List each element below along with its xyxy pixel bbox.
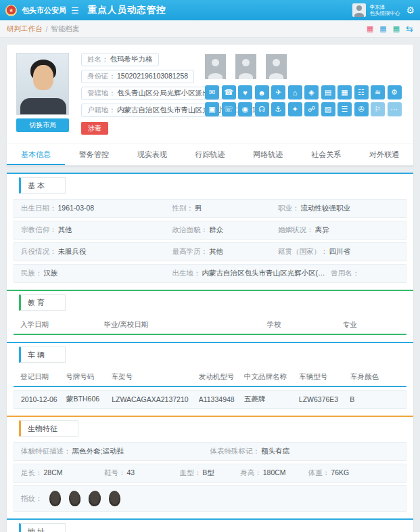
idcard-icon[interactable]: ▣ xyxy=(205,102,219,116)
tab-network-track[interactable]: 网络轨迹 xyxy=(239,143,297,165)
more-icon[interactable]: ⋯ xyxy=(388,102,402,116)
settings-icon[interactable]: ⚙ xyxy=(388,85,402,99)
weight-field: 体重：76KG xyxy=(308,468,399,478)
report-icon[interactable]: ▦ xyxy=(367,25,373,32)
breadcrumb-bar: 研判工作台 / 智能档案 ▦ ▦ ▦ ⇆ xyxy=(0,20,420,38)
table-cell: LZWACAGAXA2137210 xyxy=(112,395,199,403)
network-icon[interactable]: ≋ xyxy=(371,85,385,99)
field-label: 兵役情况： xyxy=(21,247,57,255)
field-value: 其他 xyxy=(58,225,72,234)
photo-torso xyxy=(20,98,66,114)
landline-icon[interactable]: ☏ xyxy=(222,102,236,116)
breadcrumb-parent[interactable]: 研判工作台 xyxy=(7,24,43,34)
section-biometric: 生物特征 体貌特征描述：黑色外套;运动鞋 体表特殊标记：额头有痣 足长：28CM… xyxy=(14,416,406,512)
fingerprint-image[interactable] xyxy=(68,490,81,506)
switch-bureau-button[interactable]: 切换市局 xyxy=(16,118,69,132)
former-name-field: 曾用名： xyxy=(331,269,399,278)
gear-icon[interactable]: ⚙ xyxy=(406,5,415,16)
column-header: 毕业/离校日期 xyxy=(103,320,266,330)
vehicle-icon[interactable]: ◈ xyxy=(304,85,319,99)
compare-icon[interactable]: ▦ xyxy=(393,25,400,32)
political-status-field: 政治面貌：群众 xyxy=(172,225,279,235)
tab-movement-track[interactable]: 行踪轨迹 xyxy=(181,143,239,165)
shoe-size-field: 鞋号：43 xyxy=(104,468,180,478)
person-icon[interactable]: ☻ xyxy=(255,85,269,99)
flag-icon[interactable]: ⚐ xyxy=(371,102,385,116)
blood-type-field: 血型：B型 xyxy=(180,468,240,478)
data-source-icon-grid: ✉ ☎ ♥ ☻ ✈ ⌂ ◈ ▤ ▦ ☷ ≋ ⚙ ▣ ☏ ◉ ☊ ⚓ xyxy=(205,85,404,116)
lodging-icon[interactable]: ⌂ xyxy=(288,85,302,99)
profile-section: 切换市局 姓名：包玛希毕力格 身份证：150202196103081258 管辖… xyxy=(7,45,413,137)
page: ★ 包头市公安局 ☰ 重点人员动态管控 李东泽 包头情报中心 ⚙ 研判工作台 /… xyxy=(0,0,420,532)
flight-icon[interactable]: ✈ xyxy=(271,85,285,99)
photo-thumbnails xyxy=(205,54,404,79)
native-place-field: 籍贯（国家）：四川省 xyxy=(278,247,399,257)
column-header: 车辆型号 xyxy=(299,372,350,382)
photo-thumb[interactable] xyxy=(205,54,226,79)
fingerprint-image[interactable] xyxy=(108,491,120,507)
field-label: 体重： xyxy=(308,468,330,476)
tape-icon[interactable]: ✇ xyxy=(354,102,369,116)
field-label: 职业： xyxy=(278,204,300,212)
field-value: 43 xyxy=(126,468,135,476)
section-divider xyxy=(7,290,413,291)
grid-icon[interactable]: ☷ xyxy=(354,85,369,99)
ethnicity-field: 民族：汉族 xyxy=(21,269,172,278)
field-label: 体表特殊标记： xyxy=(210,447,260,455)
section-divider xyxy=(7,173,413,174)
table-cell: A11334948 xyxy=(199,395,244,403)
call-icon[interactable]: ☎ xyxy=(222,85,236,99)
bank-icon[interactable]: ▦ xyxy=(337,85,352,99)
table-row: 民族：汉族 出生地：内蒙古自治区包头市青山区光辉小区(二区)-1-86 曾用名： xyxy=(14,264,406,283)
message-icon[interactable]: ✉ xyxy=(205,85,219,99)
height-field: 身高：180CM xyxy=(240,468,308,478)
field-value: 28CM xyxy=(44,468,63,476)
user-name: 李东泽 xyxy=(369,4,400,10)
column-header: 中文品牌名称 xyxy=(244,372,299,382)
person-photo xyxy=(16,53,69,115)
data-icon[interactable]: ▧ xyxy=(321,102,335,116)
fingerprint-image[interactable] xyxy=(88,490,101,506)
tab-external-contact[interactable]: 对外联通 xyxy=(355,143,413,165)
link-icon[interactable]: ☍ xyxy=(304,102,319,116)
tab-police-control[interactable]: 警务管控 xyxy=(65,143,123,165)
list-icon[interactable]: ☰ xyxy=(337,102,352,116)
page-title: 重点人员动态管控 xyxy=(88,4,166,16)
photo-thumb[interactable] xyxy=(266,54,287,79)
column-header: 号牌号码 xyxy=(66,372,111,382)
menu-icon[interactable]: ☰ xyxy=(71,5,79,16)
table-cell: 2010-12-06 xyxy=(21,395,66,403)
photo-thumb[interactable] xyxy=(235,54,256,79)
field-label: 民族： xyxy=(21,269,43,277)
idcard-value: 150202196103081258 xyxy=(117,72,188,80)
user-box: 李东泽 包头情报中心 ⚙ xyxy=(352,3,415,17)
field-label: 婚姻状况： xyxy=(278,225,314,234)
anchor-icon[interactable]: ⚓ xyxy=(271,102,285,116)
section-title-education: 教 育 xyxy=(19,294,66,311)
section-basic: 基 本 出生日期：1961-03-08 性别：男 职业：流动性较强职业 宗教信仰… xyxy=(14,173,406,283)
field-label: 足长： xyxy=(21,468,43,476)
camera-icon[interactable]: ◉ xyxy=(238,102,252,116)
bankcard-icon[interactable]: ▤ xyxy=(321,85,335,99)
field-value: 其他 xyxy=(209,247,223,255)
field-value: 180CM xyxy=(263,468,286,476)
fingerprint-image[interactable] xyxy=(49,491,61,506)
signal-icon[interactable]: ☊ xyxy=(255,102,269,116)
dashboard-icon[interactable]: ▦ xyxy=(379,25,386,32)
tab-real-performance[interactable]: 现实表现 xyxy=(123,143,181,165)
star-icon[interactable]: ✦ xyxy=(288,102,302,116)
table-row: 出生日期：1961-03-08 性别：男 职业：流动性较强职业 xyxy=(14,199,406,218)
marriage-icon[interactable]: ♥ xyxy=(238,85,252,99)
section-education: 教 育 入学日期 毕业/离校日期 学校 专业 xyxy=(14,290,406,335)
collapse-icon[interactable]: ⇆ xyxy=(406,24,413,33)
military-service-field: 兵役情况：未服兵役 xyxy=(21,247,172,257)
tab-basic-info[interactable]: 基本信息 xyxy=(7,143,65,165)
field-label: 性别： xyxy=(172,204,194,212)
top-header: ★ 包头市公安局 ☰ 重点人员动态管控 李东泽 包头情报中心 ⚙ xyxy=(0,0,420,20)
idcard-field: 身份证：150202196103081258 xyxy=(81,70,194,83)
profile-right-column: ✉ ☎ ♥ ☻ ✈ ⌂ ◈ ▤ ▦ ☷ ≋ ⚙ ▣ ☏ ◉ ☊ ⚓ xyxy=(205,53,404,135)
user-meta: 李东泽 包头情报中心 xyxy=(369,4,400,17)
tab-social-relations[interactable]: 社会关系 xyxy=(297,143,355,165)
fingerprint-row: 指纹： xyxy=(14,485,406,512)
user-avatar[interactable] xyxy=(352,3,366,17)
